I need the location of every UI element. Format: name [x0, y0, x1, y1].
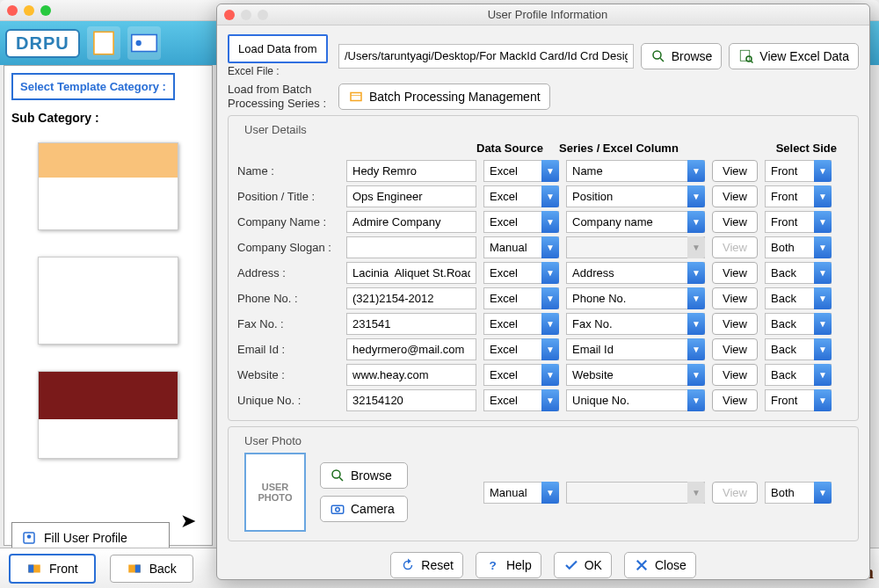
data-source-select[interactable]: ▼	[483, 313, 559, 335]
field-input[interactable]	[346, 287, 476, 309]
excel-column-select[interactable]: ▼	[566, 262, 705, 284]
window-controls	[7, 5, 51, 16]
field-row: Unique No. :▼▼View▼	[237, 389, 849, 411]
data-source-select[interactable]: ▼	[483, 236, 559, 258]
reset-button[interactable]: Reset	[390, 552, 463, 578]
side-select[interactable]: ▼	[765, 389, 832, 411]
field-label: Company Name :	[237, 215, 339, 229]
side-select[interactable]: ▼	[765, 185, 832, 207]
user-details-legend: User Details	[241, 123, 310, 136]
side-select[interactable]: ▼	[765, 262, 832, 284]
side-select[interactable]: ▼	[765, 211, 832, 233]
view-button[interactable]: View	[712, 338, 758, 360]
tab-back[interactable]: Back	[110, 555, 193, 583]
svg-rect-8	[134, 564, 140, 572]
field-input[interactable]	[346, 236, 476, 258]
excel-column-select[interactable]: ▼	[566, 287, 705, 309]
view-button[interactable]: View	[712, 364, 758, 386]
template-thumb[interactable]	[38, 257, 178, 345]
field-row: Name :▼▼View▼	[237, 160, 849, 182]
svg-line-13	[660, 58, 664, 62]
template-thumb[interactable]	[38, 142, 178, 230]
view-button[interactable]: View	[712, 287, 758, 309]
header-data-source: Data Source	[476, 142, 559, 155]
user-card-icon[interactable]	[127, 26, 161, 60]
photo-data-source-select[interactable]: ▼	[483, 482, 559, 504]
view-excel-data-button[interactable]: View Excel Data	[729, 43, 859, 69]
excel-path-input[interactable]	[338, 44, 634, 69]
field-input[interactable]	[346, 262, 476, 284]
field-input[interactable]	[346, 185, 476, 207]
view-button[interactable]: View	[712, 160, 758, 182]
user-photo-fieldset: User Photo USER PHOTO Browse Camera ▼	[228, 426, 859, 541]
field-input[interactable]	[346, 211, 476, 233]
svg-point-12	[653, 51, 661, 59]
modal-close-icon[interactable]	[224, 10, 235, 20]
data-source-select[interactable]: ▼	[483, 262, 559, 284]
excel-column-select[interactable]: ▼	[566, 313, 705, 335]
excel-column-select[interactable]: ▼	[566, 364, 705, 386]
svg-point-22	[336, 508, 340, 512]
photo-camera-button[interactable]: Camera	[320, 496, 408, 522]
help-button[interactable]: ? Help	[476, 552, 541, 578]
profile-icon	[21, 530, 37, 546]
minimize-window-icon[interactable]	[24, 5, 34, 16]
batch-processing-button[interactable]: Batch Processing Management	[338, 83, 550, 110]
view-button[interactable]: View	[712, 389, 758, 411]
wizard-icon[interactable]	[87, 26, 120, 60]
svg-point-2	[135, 40, 141, 46]
view-button[interactable]: View	[712, 211, 758, 233]
close-button[interactable]: Close	[624, 552, 696, 578]
view-button[interactable]: View	[712, 313, 758, 335]
side-select[interactable]: ▼	[765, 338, 832, 360]
tab-front[interactable]: Front	[9, 554, 96, 584]
svg-rect-1	[131, 35, 156, 52]
select-template-category-button[interactable]: Select Template Category :	[11, 73, 175, 100]
field-input[interactable]	[346, 160, 476, 182]
data-source-select[interactable]: ▼	[483, 211, 559, 233]
data-source-select[interactable]: ▼	[483, 338, 559, 360]
maximize-window-icon[interactable]	[40, 5, 51, 16]
side-select[interactable]: ▼	[765, 160, 832, 182]
field-input[interactable]	[346, 389, 476, 411]
excel-column-select[interactable]: ▼	[566, 160, 705, 182]
column-headers: Data Source Series / Excel Column Select…	[237, 142, 849, 155]
ok-button[interactable]: OK	[554, 552, 612, 578]
data-source-select[interactable]: ▼	[483, 389, 559, 411]
side-select[interactable]: ▼	[765, 364, 832, 386]
field-input[interactable]	[346, 338, 476, 360]
data-source-select[interactable]: ▼	[483, 160, 559, 182]
field-input[interactable]	[346, 313, 476, 335]
close-window-icon[interactable]	[7, 5, 18, 16]
template-panel: Select Template Category : Sub Category …	[4, 65, 213, 546]
field-input[interactable]	[346, 364, 476, 386]
template-list[interactable]	[4, 128, 212, 515]
photo-column-select: ▼	[566, 482, 705, 504]
field-label: Company Slogan :	[237, 241, 339, 254]
field-row: Company Name :▼▼View▼	[237, 211, 849, 233]
side-select[interactable]: ▼	[765, 287, 832, 309]
side-select[interactable]: ▼	[765, 236, 832, 258]
data-source-select[interactable]: ▼	[483, 287, 559, 309]
reset-icon	[400, 557, 416, 573]
svg-rect-0	[94, 32, 113, 54]
load-data-from-button[interactable]: Load Data from	[228, 34, 328, 63]
photo-browse-button[interactable]: Browse	[320, 462, 408, 489]
view-button[interactable]: View	[712, 185, 758, 207]
data-source-select[interactable]: ▼	[483, 364, 559, 386]
excel-column-select[interactable]: ▼	[566, 185, 705, 207]
field-row: Position / Title :▼▼View▼	[237, 185, 849, 207]
user-photo-placeholder[interactable]: USER PHOTO	[244, 453, 306, 532]
ok-label: OK	[585, 558, 602, 572]
excel-column-select[interactable]: ▼	[566, 389, 705, 411]
side-select[interactable]: ▼	[765, 313, 832, 335]
field-label: Phone No. :	[237, 292, 339, 305]
excel-column-select[interactable]: ▼	[566, 338, 705, 360]
template-thumb[interactable]	[38, 371, 178, 459]
data-source-select[interactable]: ▼	[483, 185, 559, 207]
modal-window-controls	[224, 10, 268, 20]
browse-button[interactable]: Browse	[641, 43, 723, 69]
photo-side-select[interactable]: ▼	[765, 482, 832, 504]
view-button[interactable]: View	[712, 262, 758, 284]
excel-column-select[interactable]: ▼	[566, 211, 705, 233]
